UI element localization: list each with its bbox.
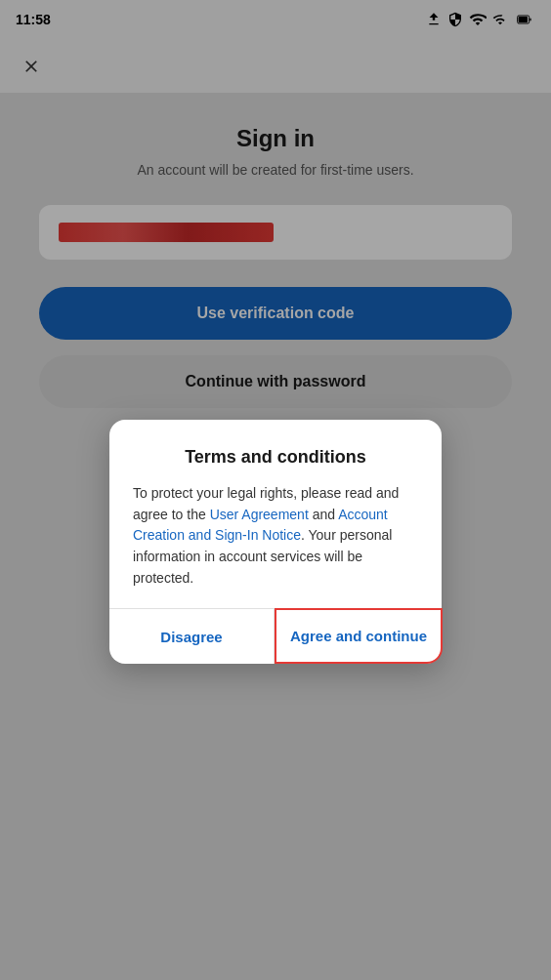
dialog-title: Terms and conditions [133,447,418,468]
user-agreement-link[interactable]: User Agreement [210,507,309,522]
disagree-button[interactable]: Disagree [109,609,274,664]
dialog-and-text: and [309,507,338,522]
dialog-body: To protect your legal rights, please rea… [133,483,418,589]
terms-dialog: Terms and conditions To protect your leg… [109,420,442,664]
agree-continue-button[interactable]: Agree and continue [275,608,443,664]
dialog-actions: Disagree Agree and continue [109,608,442,664]
